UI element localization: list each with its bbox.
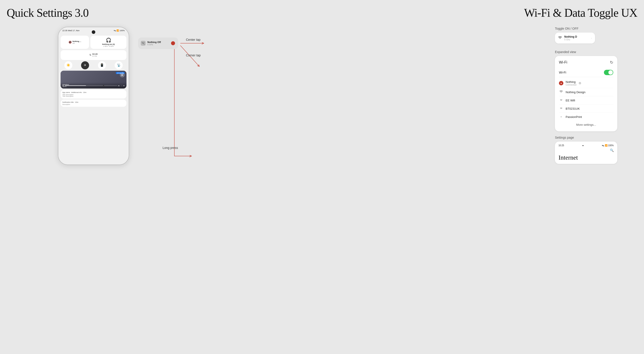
settings-internet-title: Internet <box>558 154 614 161</box>
phone-notch <box>92 30 95 34</box>
earbuds-sub: L 90% · R 80% <box>103 46 114 47</box>
earbuds-icon: 🎧 <box>106 38 111 43</box>
wifi-toggle-row: Wi-Fi <box>559 68 613 77</box>
status-time: 22:35 Wed 17, Nov <box>62 30 80 32</box>
settings-time: 10:25 <box>558 144 564 147</box>
network-row-1[interactable]: Nothing Design <box>559 88 613 96</box>
wifi-toggle-switch[interactable] <box>604 70 613 75</box>
progress-fill <box>65 85 86 86</box>
network-name-1: Nothing Design <box>566 91 613 94</box>
notif-card-2: Notification title · 10m Description <box>60 100 126 107</box>
shuffle-icon[interactable]: ⇄ <box>123 85 125 87</box>
phone-frame: 22:35 Wed 17, Nov ▾▴ 📶 100% 📵 Nothing ..… <box>58 27 129 165</box>
phone-content: 📵 Nothing ... Off 🎧 Nothing ear (2) L 90… <box>58 34 129 110</box>
tile-name: Nothing Off <box>148 41 161 44</box>
data-tile-name: O2-UK <box>92 53 98 55</box>
settings-center-dot: ● <box>582 144 584 147</box>
phone-mockup: 22:35 Wed 17, Nov ▾▴ 📶 100% 📵 Nothing ..… <box>58 27 129 165</box>
wifi-signal-icon-2 <box>559 98 564 103</box>
toggle-tile-name: Nothing D <box>564 35 577 38</box>
data-tile[interactable]: ⇅ O2-UK 2.4 Gb <box>60 50 126 60</box>
hotspot-btn[interactable]: 📡 <box>115 61 123 69</box>
wifi-toggle-label: Wi-Fi <box>559 71 566 74</box>
wifi-tile-text: Nothing ... Off <box>72 40 81 44</box>
wifi-off-icon: 📵 <box>68 41 72 44</box>
wifi-signal-icon-1 <box>559 90 564 94</box>
corner-tap-label: Corner tap <box>186 54 201 57</box>
page-title-left: Quick Settings 3.0 <box>7 6 89 19</box>
media-controls: ⏮ ⏭ ♡ ⇄ <box>60 85 126 87</box>
corner-dot <box>171 41 175 45</box>
phone-side-button <box>129 63 129 72</box>
network-row-4[interactable]: PassionPrint <box>559 113 613 121</box>
toggle-tile-sub: 5 Ghz <box>564 38 577 41</box>
search-icon[interactable]: 🔍 <box>558 148 614 152</box>
tile-preview-text: Nothing Off 5 GHz <box>148 41 161 46</box>
gear-icon[interactable]: ⚙ <box>578 81 582 85</box>
airplane-btn[interactable]: ✈ <box>81 61 89 69</box>
network-name-2: EE Wifi <box>566 99 613 102</box>
toggle-tile[interactable]: Nothing D 5 Ghz › <box>555 33 595 44</box>
play-button[interactable]: ▶ <box>120 72 125 77</box>
prev-icon[interactable]: ⏮ <box>62 85 64 87</box>
notif2-desc: Description <box>62 104 125 105</box>
wifi-panel-title: Wi-Fi <box>559 60 567 64</box>
settings-page-preview: 10:25 ● ▾▴ 📶 100% 🔍 Internet <box>555 141 617 164</box>
network-name-4: PassionPrint <box>566 115 613 119</box>
connected-network-text: Nothing Connected <box>566 80 576 86</box>
page-title-right: Wi-Fi & Data Toggle UX <box>524 6 637 19</box>
toggle-section: Toggle ON / OFF Nothing D 5 Ghz › <box>555 27 617 44</box>
media-card[interactable]: phone (2) ▶ Weather Tycho ⏮ ⏭ ♡ ⇄ <box>60 71 126 89</box>
phone-screen: 22:35 Wed 17, Nov ▾▴ 📶 100% 📵 Nothing ..… <box>58 27 129 164</box>
chevron-right-icon: › <box>591 37 592 39</box>
tile-preview: Nothing Off 5 GHz <box>138 38 178 49</box>
data-icon: ⇅ <box>89 54 91 56</box>
brightness-btn[interactable]: ☀️ <box>64 61 72 69</box>
vibrate-btn[interactable]: 📳 <box>98 61 106 69</box>
connected-icon: ● <box>559 81 564 85</box>
settings-battery: ▾▴ 📶 100% <box>602 144 614 147</box>
status-battery: ▾▴ 📶 100% <box>114 30 125 32</box>
long-press-label: Long press <box>162 146 178 149</box>
qs-icon-row: ☀️ ✈ 📳 📡 <box>60 61 126 69</box>
toggle-tile-text: Nothing D 5 Ghz <box>564 35 577 41</box>
wifi-panel-header: Wi-Fi ↻ <box>559 60 613 65</box>
center-tap-label: Center tap <box>186 38 200 42</box>
earbuds-tile[interactable]: 🎧 Nothing ear (2) L 90% · R 80% <box>90 36 126 49</box>
earbuds-name: Nothing ear (2) <box>102 43 115 46</box>
network-name-3: BT0231UK <box>566 107 613 110</box>
notif1-app: App name · Additional info · 10m <box>62 91 125 93</box>
tile-preview-icon <box>141 41 146 46</box>
right-panel: Toggle ON / OFF Nothing D 5 Ghz › Expand… <box>555 27 617 164</box>
network-row-3[interactable]: BT0231UK <box>559 105 613 113</box>
qs-row-2: ⇅ O2-UK 2.4 Gb <box>60 50 126 60</box>
data-tile-text: O2-UK 2.4 Gb <box>92 53 98 57</box>
refresh-icon[interactable]: ↻ <box>610 60 613 65</box>
connected-sub: Connected <box>566 84 576 86</box>
heart-icon[interactable]: ♡ <box>121 85 122 87</box>
toggle-section-label: Toggle ON / OFF <box>555 27 617 30</box>
progress-bar <box>65 85 117 86</box>
next-icon[interactable]: ⏭ <box>118 85 120 87</box>
notif1-title1: Title Description <box>62 94 125 95</box>
wifi-signal-icon-3 <box>559 106 564 111</box>
notif2-title: Notification title · 10m <box>62 101 125 103</box>
connected-network-row[interactable]: ● Nothing Connected ⚙ <box>559 78 613 88</box>
notif1-title2: Title Description <box>62 95 125 97</box>
more-settings-btn[interactable]: More settings... <box>559 121 613 127</box>
network-row-2[interactable]: EE Wifi <box>559 96 613 105</box>
wifi-tile-sub: Off <box>72 43 81 44</box>
qs-row-1: 📵 Nothing ... Off 🎧 Nothing ear (2) L 90… <box>60 36 126 49</box>
tile-sub: 5 GHz <box>148 44 161 46</box>
notif-card-1: App name · Additional info · 10m Title D… <box>60 90 126 99</box>
expanded-section-label: Expanded view <box>555 50 617 54</box>
settings-section-label: Settings page <box>555 136 617 139</box>
wifi-tile[interactable]: 📵 Nothing ... Off <box>60 36 89 49</box>
wifi-tile-name: Nothing ... <box>72 40 81 43</box>
connected-name: Nothing <box>566 80 576 84</box>
toggle-wifi-icon <box>558 36 562 41</box>
data-tile-sub: 2.4 Gb <box>92 55 98 57</box>
wifi-expanded-panel: Wi-Fi ↻ Wi-Fi ● Nothing Connected ⚙ <box>555 56 617 131</box>
expanded-section: Expanded view Wi-Fi ↻ Wi-Fi ● Nothing Co… <box>555 50 617 131</box>
settings-status-bar: 10:25 ● ▾▴ 📶 100% <box>558 144 614 147</box>
